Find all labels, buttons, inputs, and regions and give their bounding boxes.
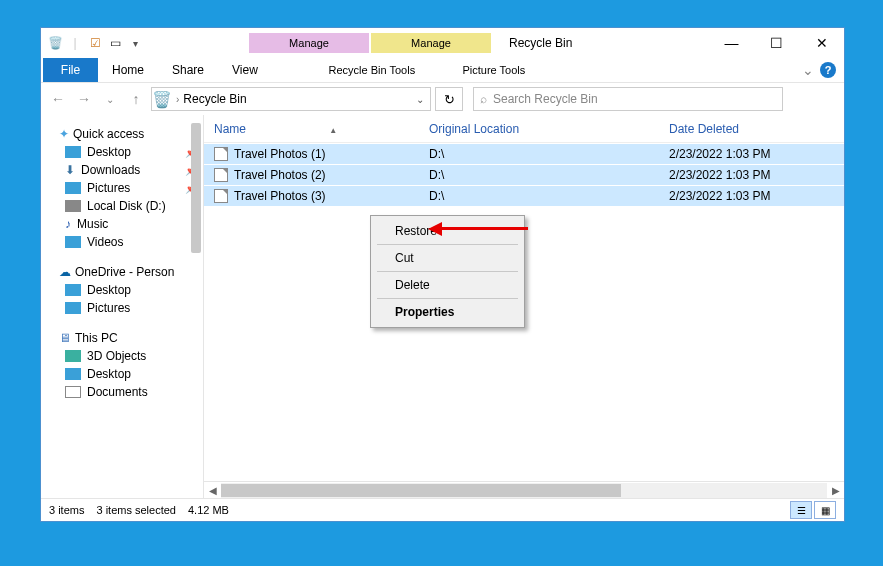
contextual-tabs: Manage Manage — [249, 33, 491, 53]
music-icon: ♪ — [65, 217, 71, 231]
sidebar-item-label: 3D Objects — [87, 349, 146, 363]
address-segment[interactable]: Recycle Bin — [183, 92, 246, 106]
context-restore[interactable]: Restore — [377, 218, 518, 245]
onedrive-icon: ☁ — [59, 265, 71, 279]
sidebar-scrollbar[interactable] — [191, 123, 201, 253]
sidebar-item-onedrive-desktop[interactable]: Desktop — [41, 281, 203, 299]
sidebar-item-label: Desktop — [87, 145, 131, 159]
sidebar-item-pictures[interactable]: Pictures 📌 — [41, 179, 203, 197]
minimize-button[interactable]: — — [709, 29, 754, 57]
sidebar-item-music[interactable]: ♪ Music — [41, 215, 203, 233]
sidebar-item-label: Music — [77, 217, 108, 231]
scroll-left-icon[interactable]: ◀ — [204, 485, 221, 496]
navigation-bar: ← → ⌄ ↑ 🗑️ › Recycle Bin ⌄ ↻ ⌕ Search Re… — [41, 83, 844, 115]
menubar: File Home Share View Recycle Bin Tools P… — [41, 58, 844, 83]
horizontal-scrollbar[interactable]: ◀ ▶ — [204, 481, 844, 498]
status-selected-count: 3 items selected — [96, 504, 175, 516]
forward-button[interactable]: → — [73, 88, 95, 110]
address-bar[interactable]: 🗑️ › Recycle Bin ⌄ — [151, 87, 431, 111]
file-date-deleted: 2/23/2022 1:03 PM — [669, 168, 844, 182]
desktop-icon — [65, 368, 81, 380]
table-row[interactable]: Travel Photos (3) D:\ 2/23/2022 1:03 PM — [204, 185, 844, 206]
qat-dropdown-icon[interactable]: ▾ — [127, 35, 143, 51]
sidebar-item-videos[interactable]: Videos — [41, 233, 203, 251]
file-name: Travel Photos (2) — [234, 168, 326, 182]
scroll-right-icon[interactable]: ▶ — [827, 485, 844, 496]
picture-tools-tab[interactable]: Picture Tools — [434, 64, 554, 76]
view-tab[interactable]: View — [218, 63, 272, 77]
documents-icon — [65, 386, 81, 398]
contextual-tab-recyclebin[interactable]: Manage — [249, 33, 369, 53]
sidebar-item-3d-objects[interactable]: 3D Objects — [41, 347, 203, 365]
recent-dropdown-icon[interactable]: ⌄ — [99, 88, 121, 110]
context-properties[interactable]: Properties — [377, 299, 518, 325]
table-row[interactable]: Travel Photos (1) D:\ 2/23/2022 1:03 PM — [204, 143, 844, 164]
sidebar-item-onedrive[interactable]: ☁ OneDrive - Person — [41, 263, 203, 281]
sidebar-item-quick-access[interactable]: ✦ Quick access — [41, 125, 203, 143]
back-button[interactable]: ← — [47, 88, 69, 110]
context-delete[interactable]: Delete — [377, 272, 518, 299]
search-icon: ⌕ — [480, 92, 487, 106]
sidebar-item-label: Pictures — [87, 301, 130, 315]
titlebar: 🗑️ | ☑ ▭ ▾ Manage Manage Recycle Bin — ☐… — [41, 28, 844, 58]
desktop-icon — [65, 146, 81, 158]
sidebar-item-label: Videos — [87, 235, 123, 249]
contextual-tab-labels: Recycle Bin Tools Picture Tools — [312, 64, 554, 76]
maximize-button[interactable]: ☐ — [754, 29, 799, 57]
sidebar-item-local-disk[interactable]: Local Disk (D:) — [41, 197, 203, 215]
sidebar-item-onedrive-pictures[interactable]: Pictures — [41, 299, 203, 317]
sidebar-item-this-pc[interactable]: 🖥 This PC — [41, 329, 203, 347]
details-view-button[interactable]: ☰ — [790, 501, 812, 519]
share-tab[interactable]: Share — [158, 63, 218, 77]
contextual-tab-picture[interactable]: Manage — [371, 33, 491, 53]
recyclebin-tools-tab[interactable]: Recycle Bin Tools — [312, 64, 432, 76]
sidebar-item-desktop[interactable]: Desktop 📌 — [41, 143, 203, 161]
sidebar-item-downloads[interactable]: ⬇ Downloads 📌 — [41, 161, 203, 179]
up-button[interactable]: ↑ — [125, 88, 147, 110]
address-dropdown-icon[interactable]: ⌄ — [410, 94, 430, 105]
scroll-track[interactable] — [221, 483, 827, 498]
file-original-location: D:\ — [429, 168, 669, 182]
downloads-icon: ⬇ — [65, 163, 75, 177]
sidebar-item-label: Quick access — [73, 127, 144, 141]
scroll-thumb[interactable] — [221, 484, 621, 497]
sidebar-item-thispc-desktop[interactable]: Desktop — [41, 365, 203, 383]
status-item-count: 3 items — [49, 504, 84, 516]
window-title: Recycle Bin — [509, 36, 572, 50]
context-cut[interactable]: Cut — [377, 245, 518, 272]
file-name: Travel Photos (1) — [234, 147, 326, 161]
ribbon-right: ? — [802, 62, 844, 78]
search-input[interactable]: ⌕ Search Recycle Bin — [473, 87, 783, 111]
sidebar-item-label: This PC — [75, 331, 118, 345]
ribbon-collapse-icon[interactable] — [802, 62, 814, 78]
file-icon — [214, 147, 228, 161]
sidebar-item-documents[interactable]: Documents — [41, 383, 203, 401]
file-list: Travel Photos (1) D:\ 2/23/2022 1:03 PM … — [204, 143, 844, 206]
help-icon[interactable]: ? — [820, 62, 836, 78]
file-tab[interactable]: File — [43, 58, 98, 82]
file-icon — [214, 189, 228, 203]
column-date-deleted[interactable]: Date Deleted — [669, 122, 844, 136]
folder-icon[interactable]: ▭ — [107, 35, 123, 51]
table-row[interactable]: Travel Photos (2) D:\ 2/23/2022 1:03 PM — [204, 164, 844, 185]
navigation-pane: ✦ Quick access Desktop 📌 ⬇ Downloads 📌 P… — [41, 115, 204, 498]
file-icon — [214, 168, 228, 182]
file-original-location: D:\ — [429, 189, 669, 203]
refresh-button[interactable]: ↻ — [435, 87, 463, 111]
pictures-icon — [65, 302, 81, 314]
recycle-bin-icon: 🗑️ — [47, 35, 63, 51]
sidebar-item-label: Desktop — [87, 367, 131, 381]
properties-icon[interactable]: ☑ — [87, 35, 103, 51]
icons-view-button[interactable]: ▦ — [814, 501, 836, 519]
file-original-location: D:\ — [429, 147, 669, 161]
column-name[interactable]: Name ▲ — [204, 122, 429, 136]
home-tab[interactable]: Home — [98, 63, 158, 77]
sort-ascending-icon: ▲ — [329, 126, 337, 135]
column-original-location[interactable]: Original Location — [429, 122, 669, 136]
pictures-icon — [65, 182, 81, 194]
chevron-right-icon[interactable]: › — [172, 94, 183, 105]
column-label: Name — [214, 122, 246, 136]
file-date-deleted: 2/23/2022 1:03 PM — [669, 189, 844, 203]
close-button[interactable]: ✕ — [799, 29, 844, 57]
statusbar: 3 items 3 items selected 4.12 MB ☰ ▦ — [41, 498, 844, 521]
